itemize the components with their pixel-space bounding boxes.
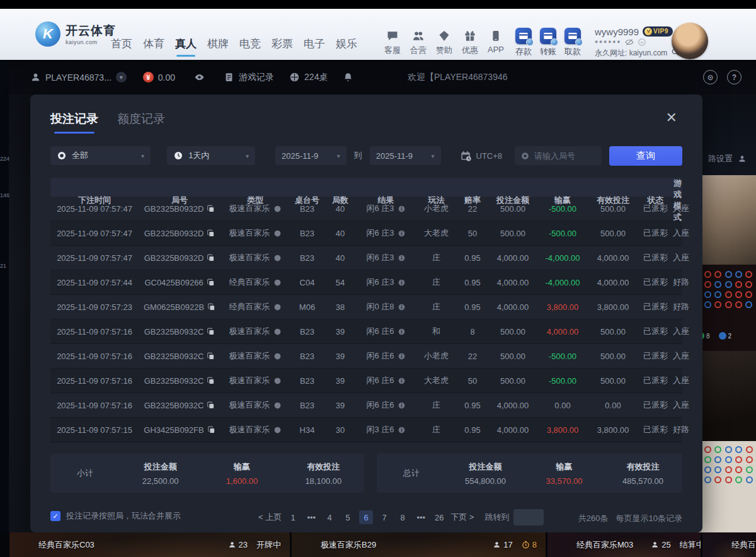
table-thumb-0[interactable]: 经典百家乐C0323开牌中 [9, 532, 290, 557]
status: 已派彩 [638, 301, 673, 313]
nav-item-3[interactable]: 棋牌 [207, 37, 229, 57]
page-ellipsis[interactable]: ••• [414, 510, 428, 524]
roadmap-dot-icon [725, 281, 732, 288]
page-1[interactable]: 1 [286, 510, 300, 524]
eye-off-icon[interactable] [625, 38, 634, 47]
range-select[interactable]: 1天内▾ [167, 146, 255, 165]
nav-item-4[interactable]: 电竞 [239, 37, 261, 57]
prev-page-button[interactable]: < 上页 [258, 512, 282, 523]
copy-icon[interactable] [207, 229, 215, 238]
wallet-item-2[interactable]: 取款 [564, 28, 581, 57]
service-item-3[interactable]: 优惠 [462, 30, 478, 56]
category-select[interactable]: 全部▾ [50, 146, 151, 165]
refresh-icon[interactable] [638, 38, 646, 47]
nav-item-7[interactable]: 娱乐 [336, 37, 357, 57]
valid-bet: 500.00 [588, 204, 638, 214]
service-item-1[interactable]: 合营 [410, 30, 427, 56]
total-label: 总计 [377, 468, 446, 479]
table-row: 2025-11-09 07:57:16GB2325B0932C极速百家乐B233… [50, 344, 682, 369]
status: 已派彩 [638, 350, 673, 362]
nav-item-1[interactable]: 体育 [143, 37, 164, 57]
balance-display[interactable]: ¥ 0.00 [143, 72, 175, 83]
jump-page-input[interactable] [513, 509, 544, 525]
tab-quota-records[interactable]: 额度记录 [117, 111, 165, 134]
page-4[interactable]: 4 [323, 510, 336, 524]
player-account-menu[interactable]: PLAYER46873... ▾ [30, 72, 127, 83]
status: 已派彩 [638, 203, 673, 214]
bell-icon[interactable] [343, 72, 353, 83]
page-6[interactable]: 6 [359, 510, 373, 524]
copy-icon[interactable] [207, 205, 215, 213]
checkbox-checked-icon[interactable]: ✓ [50, 511, 60, 521]
copy-icon[interactable] [207, 328, 215, 336]
copy-icon[interactable] [207, 254, 215, 262]
copy-icon[interactable] [207, 426, 215, 434]
nav-item-0[interactable]: 首页 [111, 37, 132, 57]
username: wywy9999 [595, 27, 639, 37]
table-no: H34 [290, 425, 324, 435]
timezone-indicator[interactable]: UTC+8 [460, 150, 503, 162]
table-thumb-1[interactable]: 极速百家乐B29178 [292, 532, 546, 557]
nav-item-5[interactable]: 彩票 [272, 37, 293, 57]
bet-time: 2025-11-09 07:57:15 [50, 425, 139, 435]
win-loss: -500.00 [537, 352, 588, 361]
table-row: 2025-11-09 07:57:16GB2325B0932C极速百家乐B233… [50, 319, 682, 344]
copy-icon[interactable] [207, 303, 215, 311]
query-button[interactable]: 查询 [609, 146, 682, 166]
copy-icon[interactable] [207, 278, 215, 287]
chevron-down-icon[interactable]: ▾ [116, 72, 127, 83]
table-thumb-3[interactable]: 经典百家乐M08 [702, 532, 756, 557]
tab-bet-records[interactable]: 投注记录 [50, 111, 98, 134]
avatar[interactable] [672, 23, 708, 59]
date-to-select[interactable]: 2025-11-9▾ [370, 146, 441, 165]
zoom-icon[interactable]: ⊙ [703, 70, 718, 84]
page-5[interactable]: 5 [341, 510, 355, 524]
bet-amount: 4,000.00 [488, 253, 537, 263]
brand-logo[interactable]: K 开云体育 kaiyun.com [35, 21, 116, 47]
dot-icon [273, 303, 282, 311]
info-icon [398, 377, 406, 385]
roadmap-dot-icon [746, 446, 753, 453]
page-26[interactable]: 26 [432, 510, 446, 524]
info-icon [398, 328, 406, 336]
page-8[interactable]: 8 [396, 510, 410, 524]
tables-count-link[interactable]: 224桌 [289, 72, 328, 83]
nav-item-2[interactable]: 真人 [175, 37, 197, 57]
date-from-select[interactable]: 2025-11-9▾ [275, 146, 346, 165]
card-icon [540, 28, 556, 44]
copy-icon[interactable] [207, 401, 215, 410]
game-id: GC0425B09266 [139, 278, 220, 287]
game-records-link[interactable]: 游戏记录 [224, 72, 274, 83]
next-page-button[interactable]: 下页 > [450, 512, 474, 523]
game-id: GB2325B0932D [139, 204, 220, 214]
game-type: 经典百家乐 [220, 301, 290, 313]
merge-toggle[interactable]: ✓ 投注记录按照局，玩法合并展示 [50, 510, 181, 522]
total-box: 总计 投注金额554,800.00 输赢33,570.00 有效投注485,57… [377, 454, 682, 493]
wallet-item-0[interactable]: 存款 [515, 28, 532, 57]
page-ellipsis[interactable]: ••• [304, 510, 318, 524]
valid-bet: 500.00 [588, 376, 638, 386]
play-type: 小老虎 [416, 203, 457, 214]
help-icon[interactable]: ? [727, 70, 742, 84]
copy-icon[interactable] [207, 352, 215, 360]
nav-item-6[interactable]: 电子 [304, 37, 325, 57]
wallet-item-1[interactable]: 转账 [540, 28, 556, 57]
table-no: B23 [290, 401, 324, 410]
person-icon [228, 541, 236, 549]
page-7[interactable]: 7 [377, 510, 391, 524]
service-item-4[interactable]: APP [488, 30, 504, 56]
service-item-0[interactable]: 客服 [384, 30, 401, 56]
eye-icon[interactable] [194, 72, 205, 83]
valid-bet: 3,800.00 [588, 425, 638, 435]
bet-records-modal: 投注记录 额度记录 ✕ 全部▾ 1天内▾ 2025-11-9▾ 到 2025-1… [30, 95, 702, 532]
game-no-input[interactable] [534, 151, 596, 161]
game-mode: 好路 [673, 277, 689, 288]
table-thumb-2[interactable]: 经典百家乐M0325结算中 [547, 532, 701, 557]
road-settings-link[interactable]: 路设置 [708, 153, 747, 164]
close-icon[interactable]: ✕ [666, 111, 677, 125]
card-icon [564, 28, 581, 44]
roadmap-dot-icon [746, 476, 753, 483]
total-win: 33,570.00 [525, 476, 604, 486]
service-item-2[interactable]: 赞助 [436, 30, 452, 56]
copy-icon[interactable] [207, 377, 215, 385]
